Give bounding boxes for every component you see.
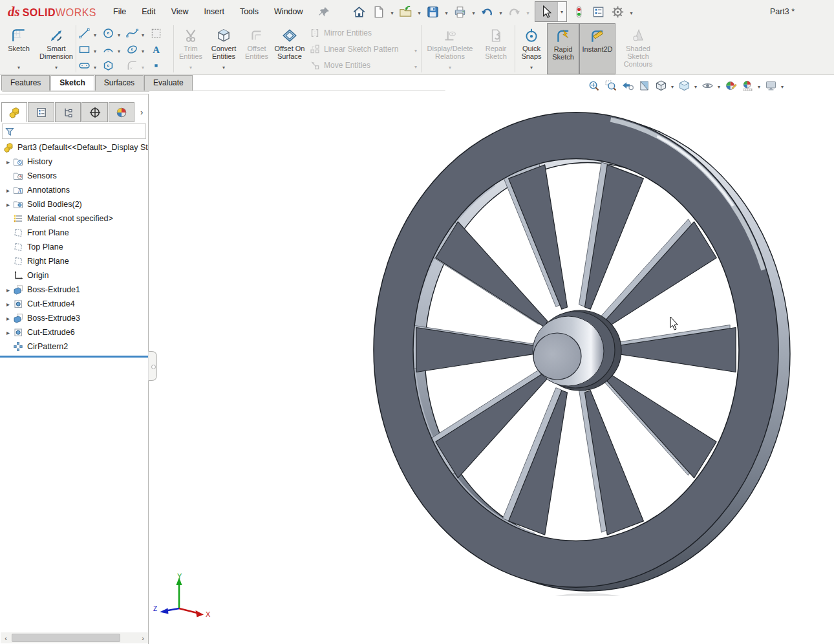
tab-displaymanager[interactable] [109, 102, 134, 122]
spline-dropdown-caret[interactable] [139, 28, 147, 39]
undo-button[interactable] [478, 2, 497, 21]
section-view-button[interactable] [636, 78, 652, 93]
select-dropdown-caret[interactable] [557, 2, 566, 21]
open-document-button[interactable] [396, 2, 416, 21]
tree-filter-input[interactable] [2, 123, 146, 139]
text-tool-icon[interactable] [149, 43, 163, 57]
tree-item-solid-bodies[interactable]: ▸ Solid Bodies(2) [0, 197, 148, 211]
tab-dimxpertmanager[interactable] [81, 102, 107, 122]
tree-item-right-plane[interactable]: Right Plane [0, 254, 148, 268]
tree-item-sensors[interactable]: Sensors [0, 169, 148, 183]
tree-root-part[interactable]: Part3 (Default<<Default>_Display Sta [0, 140, 148, 155]
view-settings-dropdown-caret[interactable] [779, 80, 786, 91]
expand-arrow-icon[interactable]: ▸ [4, 187, 12, 194]
slot-tool-icon[interactable] [77, 59, 91, 73]
rapid-sketch-button[interactable]: Rapid Sketch [547, 23, 579, 74]
circle-tool-icon[interactable] [101, 27, 115, 41]
save-dropdown-caret[interactable] [443, 6, 451, 17]
sketch-button[interactable]: Sketch [0, 23, 37, 74]
tree-item-top-plane[interactable]: Top Plane [0, 240, 148, 254]
tree-item-front-plane[interactable]: Front Plane [0, 226, 148, 240]
tab-evaluate[interactable]: Evaluate [144, 75, 193, 91]
menu-edit[interactable]: Edit [134, 0, 164, 23]
display-style-button[interactable] [676, 78, 692, 93]
tree-item-history[interactable]: ▸ History [0, 155, 148, 169]
menu-file[interactable]: File [105, 0, 134, 23]
panel-splitter-handle[interactable] [148, 351, 157, 381]
apply-scene-dropdown-caret[interactable] [756, 80, 762, 91]
scroll-right-button[interactable]: › [138, 634, 148, 642]
menu-tools[interactable]: Tools [232, 0, 266, 23]
line-tool-icon[interactable] [77, 27, 91, 41]
panel-horizontal-scrollbar[interactable]: ‹ › [1, 632, 148, 643]
model-wheel[interactable] [356, 103, 802, 644]
slot-dropdown-caret[interactable] [91, 60, 99, 72]
view-settings-button[interactable] [762, 78, 779, 93]
expand-arrow-icon[interactable]: ▸ [4, 329, 12, 336]
new-dropdown-caret[interactable] [389, 6, 396, 17]
tab-propertymanager[interactable] [28, 102, 54, 122]
edit-appearance-button[interactable] [722, 78, 739, 93]
options-list-button[interactable] [589, 2, 608, 21]
tree-item-material[interactable]: Material <not specified> [0, 211, 148, 226]
undo-dropdown-caret[interactable] [497, 6, 505, 17]
tree-item-cut-extrude6[interactable]: ▸ Cut-Extrude6 [0, 325, 148, 339]
tree-item-boss-extrude3[interactable]: ▸ Boss-Extrude3 [0, 311, 148, 325]
smart-dimension-dropdown-caret[interactable] [37, 60, 75, 72]
tab-configurationmanager[interactable] [55, 102, 81, 122]
hide-show-items-button[interactable] [699, 78, 716, 93]
expand-arrow-icon[interactable]: ▸ [4, 286, 12, 294]
arc-dropdown-caret[interactable] [115, 44, 123, 56]
pin-menu-icon[interactable] [315, 2, 334, 21]
rebuild-button[interactable] [570, 2, 589, 21]
circle-dropdown-caret[interactable] [115, 28, 123, 39]
quick-snaps-button[interactable]: Quick Snaps [516, 23, 547, 74]
tab-features[interactable]: Features [1, 75, 50, 91]
convert-entities-button[interactable]: Convert Entities [207, 23, 241, 74]
lasso-select-tool-icon[interactable] [149, 27, 163, 41]
convert-dropdown-caret[interactable] [207, 60, 241, 72]
scroll-left-button[interactable]: ‹ [1, 634, 11, 642]
menu-window[interactable]: Window [266, 0, 310, 23]
expand-arrow-icon[interactable]: ▸ [4, 301, 12, 308]
save-button[interactable] [423, 2, 443, 21]
scrollbar-thumb[interactable] [12, 634, 120, 642]
tree-item-boss-extrude1[interactable]: ▸ Boss-Extrude1 [0, 283, 148, 297]
polygon-tool-icon[interactable] [101, 59, 115, 73]
quick-snaps-dropdown-caret[interactable] [516, 60, 547, 72]
expand-tabs-chevron-icon[interactable]: › [135, 102, 148, 122]
zoom-to-area-button[interactable] [602, 78, 619, 93]
ellipse-tool-icon[interactable] [125, 43, 139, 57]
new-document-button[interactable] [369, 2, 389, 21]
tree-item-annotations[interactable]: ▸ Annotations [0, 183, 148, 197]
rectangle-tool-icon[interactable] [77, 43, 91, 57]
point-tool-icon[interactable] [149, 59, 163, 73]
instant2d-button[interactable]: Instant2D [579, 23, 615, 74]
view-orientation-button[interactable] [652, 78, 669, 93]
rollback-bar[interactable] [0, 356, 148, 358]
tree-item-origin[interactable]: Origin [0, 268, 148, 283]
arc-tool-icon[interactable] [101, 43, 115, 57]
menu-insert[interactable]: Insert [197, 0, 232, 23]
redo-button[interactable] [505, 2, 524, 21]
rectangle-dropdown-caret[interactable] [91, 44, 99, 56]
sketch-dropdown-caret[interactable] [0, 60, 37, 72]
apply-scene-button[interactable] [739, 78, 756, 93]
previous-view-button[interactable] [619, 78, 636, 93]
menu-view[interactable]: View [164, 0, 197, 23]
offset-on-surface-button[interactable]: Offset On Surface [273, 23, 306, 74]
tab-surfaces[interactable]: Surfaces [95, 75, 144, 91]
tree-item-cut-extrude4[interactable]: ▸ Cut-Extrude4 [0, 297, 148, 311]
line-dropdown-caret[interactable] [91, 28, 99, 39]
expand-arrow-icon[interactable]: ▸ [4, 201, 12, 208]
expand-arrow-icon[interactable]: ▸ [4, 315, 12, 322]
select-tool-button[interactable] [535, 1, 567, 22]
zoom-to-fit-button[interactable] [585, 78, 602, 93]
spline-tool-icon[interactable] [125, 27, 139, 41]
smart-dimension-button[interactable]: Smart Dimension [37, 23, 75, 74]
tab-sketch[interactable]: Sketch [50, 75, 94, 91]
expand-arrow-icon[interactable]: ▸ [4, 158, 12, 166]
graphics-viewport[interactable]: Y X Z [149, 91, 834, 644]
select-cursor-icon[interactable] [535, 2, 557, 21]
view-orientation-dropdown-caret[interactable] [669, 80, 676, 91]
